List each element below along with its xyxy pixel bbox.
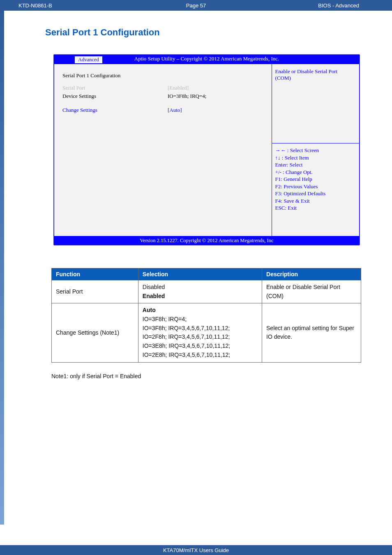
options-table-body: Serial Port DisabledEnabled Enable or Di… [52,280,361,363]
table-row: Change Settings (Note1) AutoIO=3F8h; IRQ… [52,303,361,362]
bios-active-tab: Advanced [74,56,103,63]
cell-description: Enable or Disable Serial Port (COM) [262,280,361,303]
bios-row-label: Device Settings [62,93,168,99]
bios-panel-title: Serial Port 1 Configuration [62,72,263,79]
bios-nav-line: F2: Previous Values [275,183,356,190]
options-table-head: Function Selection Description [52,268,361,280]
bios-body: Serial Port 1 Configuration Serial Port … [54,64,360,236]
bios-row-value: IO=3F8h; IRQ=4; [168,93,263,99]
bios-nav-line: Enter: Select [275,161,356,169]
bios-row-label: Change Settings [62,107,168,113]
header-bar: KTD-N0861-B Page 57 BIOS - Advanced [0,0,392,11]
page-body: Serial Port 1 Configuration Aptio Setup … [0,11,392,525]
bios-row: Change Settings [Auto] [62,106,263,114]
bios-nav-line: ESC: Exit [275,204,356,212]
section-label: BIOS - Advanced [318,2,359,9]
options-th-description: Description [262,268,361,280]
options-table: Function Selection Description Serial Po… [51,268,361,363]
footer-guide: KTA70M/mITX Users Guide [163,547,229,553]
bios-left-panel: Serial Port 1 Configuration Serial Port … [54,64,272,236]
bios-screenshot: Aptio Setup Utility – Copyright © 2012 A… [53,54,360,245]
page-label: Page 57 [186,2,206,9]
section-title: Serial Port 1 Configuration [45,27,380,38]
bios-nav-line: F3: Optimized Defaults [275,190,356,197]
cell-selection: DisabledEnabled [138,280,262,303]
cell-selection: AutoIO=3F8h; IRQ=4;IO=3F8h; IRQ=3,4,5,6,… [138,303,262,362]
bios-help-panel: Enable or Disable Serial Port (COM) [272,64,359,143]
options-th-selection: Selection [138,268,262,280]
cell-description: Select an optimal setting for Super IO d… [262,303,361,362]
left-accent-bar [0,11,4,525]
bios-nav-panel: →← : Select Screen ↑↓ : Select Item Ente… [272,143,359,236]
bios-right-panel: Enable or Disable Serial Port (COM) →← :… [272,64,360,236]
bios-row: Serial Port [Enabled] [62,84,263,92]
bios-panel-title-row: Serial Port 1 Configuration [62,72,263,80]
bios-help-line: Enable or Disable Serial Port [275,68,356,75]
bios-row-value: [Auto] [168,107,263,113]
bios-row: Device Settings IO=3F8h; IRQ=4; [62,92,263,100]
bios-row-value: [Enabled] [168,85,263,91]
bios-nav-line: +/- : Change Opt. [275,169,356,176]
options-th-function: Function [52,268,138,280]
bios-nav-line: →← : Select Screen [275,147,356,154]
note-text: Note1: only if Serial Port = Enabled [51,373,380,379]
bios-header: Aptio Setup Utility – Copyright © 2012 A… [54,55,360,64]
bios-row-label: Serial Port [62,85,168,91]
table-row: Serial Port DisabledEnabled Enable or Di… [52,280,361,303]
cell-function: Serial Port [52,280,138,303]
bios-nav-line: F1: General Help [275,176,356,183]
footer-bar: KTA70M/mITX Users Guide [0,545,392,555]
doc-code: KTD-N0861-B [18,2,52,9]
cell-function: Change Settings (Note1) [52,303,138,362]
bios-footer: Version 2.15.1227. Copyright © 2012 Amer… [54,236,360,245]
bios-nav-line: ↑↓ : Select Item [275,154,356,162]
bios-nav-line: F4: Save & Exit [275,197,356,205]
bios-help-line: (COM) [275,75,356,81]
